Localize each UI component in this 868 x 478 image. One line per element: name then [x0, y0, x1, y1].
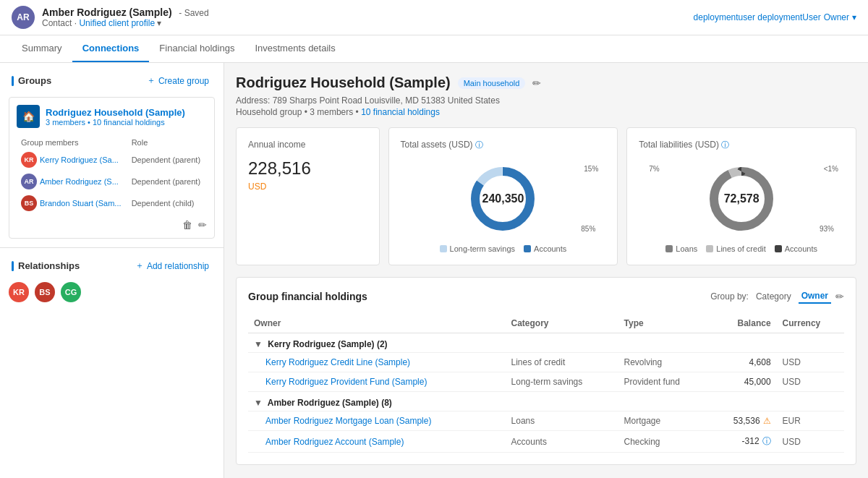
relationships-title: Relationships — [12, 260, 80, 271]
holding-name[interactable]: Amber Rodriguez Account (Sample) — [248, 431, 506, 453]
user-label: deploymentuser deploymentUser — [694, 12, 821, 22]
income-label: Annual income — [248, 140, 367, 150]
group-by-category[interactable]: Category — [753, 290, 794, 303]
group-members-table: Group members Role KR Kerry Rodriguez (S… — [17, 135, 207, 215]
nav-tabs: Summary Connections Financial holdings I… — [0, 35, 868, 63]
metrics-row: Annual income 228,516 USD Total assets (… — [236, 127, 856, 265]
holdings-section: Group financial holdings Group by: Categ… — [236, 277, 856, 465]
legend-dot-loans — [665, 245, 673, 252]
legend-dot-accounts — [524, 245, 531, 252]
user-role: Owner — [824, 12, 849, 22]
holdings-table: Owner Category Type Balance Currency ▼ K… — [248, 314, 844, 453]
member-name-cell: KR Kerry Rodriguez (Sa... — [18, 150, 127, 170]
liabilities-label-top-right: <1% — [824, 165, 838, 173]
holding-category: Accounts — [506, 431, 618, 453]
holding-currency: USD — [777, 372, 844, 392]
household-title: Rodriguez Household (Sample) — [236, 74, 451, 91]
group-by-label: Group by: — [710, 291, 749, 302]
holding-name[interactable]: Kerry Rodriguez Provident Fund (Sample) — [248, 372, 506, 392]
legend-dot-accounts-liabilities — [775, 245, 782, 252]
table-row: Kerry Rodriguez Credit Line (Sample) Lin… — [248, 353, 844, 372]
groups-title: Groups — [12, 75, 51, 86]
groups-header: Groups ＋ Create group — [9, 72, 215, 90]
legend-long-term-savings: Long-term savings — [440, 244, 516, 253]
member-role: Dependent (parent) — [129, 171, 205, 192]
group-card-actions: 🗑 ✏ — [17, 219, 207, 231]
legend-lines-credit: Lines of credit — [706, 244, 765, 253]
collapse-icon[interactable]: ▼ — [254, 339, 263, 349]
assets-label-top: 15% — [584, 165, 598, 173]
relationships-section: Relationships ＋ Add relationship KRBSCG — [0, 247, 224, 311]
list-item: AR Amber Rodriguez (S... Dependent (pare… — [18, 171, 205, 192]
group-by-owner[interactable]: Owner — [799, 289, 831, 304]
financial-holdings-link[interactable]: 10 financial holdings — [361, 107, 440, 117]
chevron-down-icon: ▾ — [852, 12, 856, 22]
user-menu[interactable]: deploymentuser deploymentUser Owner ▾ — [694, 12, 856, 22]
col-owner: Owner — [248, 314, 506, 333]
list-item: KR Kerry Rodriguez (Sa... Dependent (par… — [18, 150, 205, 170]
header-left: AR Amber Rodriguez (Sample) - Saved Cont… — [12, 6, 209, 29]
liabilities-label: Total liabilities (USD) ⓘ — [639, 140, 844, 150]
holdings-edit-icon[interactable]: ✏ — [835, 291, 844, 302]
holding-type: Provident fund — [618, 372, 710, 392]
group-meta: 3 members • 10 financial holdings — [46, 118, 185, 127]
tab-financial-holdings[interactable]: Financial holdings — [149, 35, 244, 62]
owner-group-row: ▼ Amber Rodriguez (Sample) (8) — [248, 392, 844, 411]
col-currency: Currency — [777, 314, 844, 333]
liabilities-legend: Loans Lines of credit Accounts — [639, 244, 844, 253]
liabilities-donut-container: 72,578 7% <1% 93% — [639, 159, 844, 239]
add-relationship-button[interactable]: ＋ Add relationship — [129, 257, 215, 275]
col-type: Type — [618, 314, 710, 333]
holding-category: Loans — [506, 411, 618, 431]
avatar: AR — [12, 6, 35, 29]
group-icon: 🏠 — [17, 105, 40, 128]
group-card: 🏠 Rodriguez Household (Sample) 3 members… — [9, 97, 215, 239]
member-name[interactable]: Amber Rodriguez (S... — [40, 177, 119, 186]
relationships-header: Relationships ＋ Add relationship — [9, 257, 215, 275]
holdings-title: Group financial holdings — [248, 291, 367, 302]
member-name[interactable]: Brandon Stuart (Sam... — [40, 199, 122, 208]
rel-avatar[interactable]: BS — [35, 282, 55, 302]
annual-income-card: Annual income 228,516 USD — [236, 127, 380, 265]
collapse-icon[interactable]: ▼ — [254, 398, 263, 408]
owner-group-name: ▼ Kerry Rodriguez (Sample) (2) — [248, 333, 844, 353]
holding-type: Revolving — [618, 353, 710, 372]
create-group-button[interactable]: ＋ Create group — [141, 72, 215, 90]
app-header: AR Amber Rodriguez (Sample) - Saved Cont… — [0, 0, 868, 35]
rel-avatar[interactable]: KR — [9, 282, 29, 302]
legend-accounts-assets: Accounts — [524, 244, 566, 253]
legend-accounts-liabilities: Accounts — [775, 244, 817, 253]
tab-summary[interactable]: Summary — [12, 35, 72, 62]
holding-balance: -312ⓘ — [710, 431, 777, 453]
groups-section: Groups ＋ Create group 🏠 Rodriguez Househ… — [0, 63, 224, 247]
income-currency: USD — [248, 182, 367, 192]
legend-dot-savings — [440, 245, 447, 252]
header-name-row: Amber Rodriguez (Sample) - Saved — [42, 7, 209, 18]
unified-client-link[interactable]: Unified client profile — [79, 18, 155, 28]
household-address: Address: 789 Sharps Point Road Louisvill… — [236, 95, 856, 106]
holding-type: Mortgage — [618, 411, 710, 431]
edit-icon[interactable]: ✏ — [198, 219, 207, 231]
member-name-cell: BS Brandon Stuart (Sam... — [18, 193, 127, 213]
holding-name[interactable]: Kerry Rodriguez Credit Line (Sample) — [248, 353, 506, 372]
rel-avatar[interactable]: CG — [61, 282, 81, 302]
contact-name: Amber Rodriguez (Sample) — [42, 7, 172, 18]
delete-icon[interactable]: 🗑 — [182, 219, 192, 231]
member-name[interactable]: Kerry Rodriguez (Sa... — [40, 155, 119, 164]
main-layout: Groups ＋ Create group 🏠 Rodriguez Househ… — [0, 63, 868, 478]
total-assets-card: Total assets (USD) ⓘ 240,350 15% 85% — [388, 127, 618, 265]
income-value: 228,516 — [248, 158, 367, 179]
plus-icon: ＋ — [147, 74, 156, 87]
col-category: Category — [506, 314, 618, 333]
member-name-cell: AR Amber Rodriguez (S... — [18, 171, 127, 192]
holding-name[interactable]: Amber Rodriguez Mortgage Loan (Sample) — [248, 411, 506, 431]
holding-currency: USD — [777, 353, 844, 372]
sidebar: Groups ＋ Create group 🏠 Rodriguez Househ… — [0, 63, 224, 478]
household-edit-icon[interactable]: ✏ — [532, 77, 541, 89]
holding-balance: 53,536⚠ — [710, 411, 777, 431]
tab-connections[interactable]: Connections — [72, 35, 150, 62]
holding-currency: EUR — [777, 411, 844, 431]
col-balance: Balance — [710, 314, 777, 333]
group-name[interactable]: Rodriguez Household (Sample) — [46, 107, 185, 118]
tab-investments-details[interactable]: Investments details — [244, 35, 345, 62]
